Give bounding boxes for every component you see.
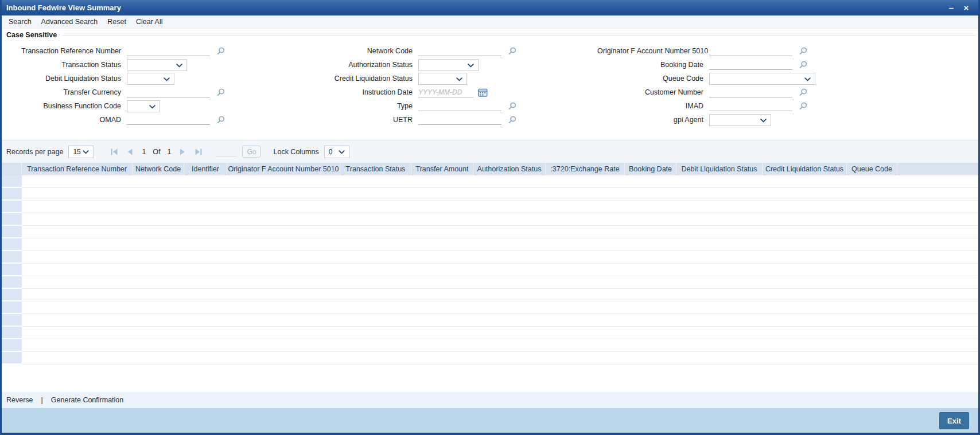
row-selector-cell[interactable] xyxy=(2,238,22,251)
magnifier-icon[interactable] xyxy=(217,47,225,55)
magnifier-icon[interactable] xyxy=(217,116,225,124)
row-selector-cell[interactable] xyxy=(2,289,22,301)
row-selector-cell[interactable] xyxy=(2,339,22,352)
goto-page-input[interactable] xyxy=(216,147,236,156)
search-button[interactable]: Search xyxy=(9,18,32,26)
column-header-booking-date[interactable]: Booking Date xyxy=(625,163,676,175)
records-per-page-select[interactable]: 15 xyxy=(68,146,94,158)
magnifier-icon[interactable] xyxy=(799,88,807,96)
table-row-body xyxy=(22,276,978,289)
column-header-exchange-rate[interactable]: :3720:Exchange Rate xyxy=(546,163,625,175)
reset-button[interactable]: Reset xyxy=(107,18,126,26)
last-page-icon[interactable] xyxy=(195,148,202,155)
table-row[interactable] xyxy=(2,276,978,289)
instruction-date-input[interactable] xyxy=(418,87,473,97)
table-row[interactable] xyxy=(2,327,978,339)
chevron-down-icon xyxy=(760,115,767,125)
customer-number-input[interactable] xyxy=(709,87,792,97)
table-body xyxy=(2,175,978,365)
table-row[interactable] xyxy=(2,339,978,352)
omad-label: OMAD xyxy=(2,116,127,124)
magnifier-icon[interactable] xyxy=(508,102,516,110)
calendar-icon[interactable] xyxy=(478,88,488,97)
row-selector-cell[interactable] xyxy=(2,188,22,201)
debit-liquidation-status-label: Debit Liquidation Status xyxy=(2,75,127,83)
business-function-code-label: Business Function Code xyxy=(2,102,127,110)
transaction-reference-number-input[interactable] xyxy=(127,46,210,56)
credit-liquidation-status-select[interactable] xyxy=(418,73,467,85)
table-row[interactable] xyxy=(2,175,978,188)
row-selector-cell[interactable] xyxy=(2,327,22,339)
column-header-authorization-status[interactable]: Authorization Status xyxy=(473,163,546,175)
magnifier-icon[interactable] xyxy=(508,116,516,124)
lock-columns-select[interactable]: 0 xyxy=(324,146,349,158)
table-row[interactable] xyxy=(2,201,978,213)
minimize-icon[interactable]: – xyxy=(944,0,959,15)
row-selector-cell[interactable] xyxy=(2,213,22,226)
table-row[interactable] xyxy=(2,352,978,365)
magnifier-icon[interactable] xyxy=(217,88,225,96)
row-selector-cell[interactable] xyxy=(2,314,22,327)
column-header-credit-liquidation-status[interactable]: Credit Liquidation Status xyxy=(763,163,847,175)
table-row[interactable] xyxy=(2,314,978,327)
column-header-debit-liquidation-status[interactable]: Debit Liquidation Status xyxy=(676,163,763,175)
exit-button[interactable]: Exit xyxy=(939,412,969,429)
previous-page-icon[interactable] xyxy=(127,148,134,155)
row-selector-cell[interactable] xyxy=(2,301,22,314)
originator-f-account-number-5010-input[interactable] xyxy=(709,46,792,56)
go-button[interactable]: Go xyxy=(242,146,260,158)
row-selector-cell[interactable] xyxy=(2,264,22,276)
table-row[interactable] xyxy=(2,188,978,201)
table-row[interactable] xyxy=(2,289,978,301)
row-selector-cell[interactable] xyxy=(2,251,22,264)
close-icon[interactable]: × xyxy=(959,0,974,15)
uetr-input[interactable] xyxy=(418,115,501,125)
total-pages: 1 xyxy=(168,148,172,156)
generate-confirmation-action[interactable]: Generate Confirmation xyxy=(51,396,123,404)
table-row[interactable] xyxy=(2,301,978,314)
first-page-icon[interactable] xyxy=(111,148,118,155)
booking-date-label: Booking Date xyxy=(597,61,709,69)
column-header-queue-code[interactable]: Queue Code xyxy=(847,163,897,175)
transaction-status-select[interactable] xyxy=(127,59,187,71)
column-header-transaction-status[interactable]: Transaction Status xyxy=(340,163,411,175)
column-header-identifier[interactable]: Identifier xyxy=(184,163,227,175)
table-row[interactable] xyxy=(2,251,978,264)
transfer-currency-input[interactable] xyxy=(127,87,210,97)
type-input[interactable] xyxy=(418,101,501,111)
row-selector-cell[interactable] xyxy=(2,201,22,213)
magnifier-icon[interactable] xyxy=(799,102,807,110)
table-row[interactable] xyxy=(2,226,978,238)
business-function-code-select[interactable] xyxy=(127,100,160,112)
magnifier-icon[interactable] xyxy=(799,47,807,55)
table-row-body xyxy=(22,175,978,188)
authorization-status-select[interactable] xyxy=(418,59,479,71)
imad-input[interactable] xyxy=(709,101,792,111)
authorization-status-label: Authorization Status xyxy=(300,61,418,69)
network-code-input[interactable] xyxy=(418,46,501,56)
row-selector-cell[interactable] xyxy=(2,352,22,365)
table-row-body xyxy=(22,226,978,238)
debit-liquidation-status-select[interactable] xyxy=(127,73,174,85)
gpi-agent-select[interactable] xyxy=(709,114,771,126)
omad-input[interactable] xyxy=(127,115,210,125)
magnifier-icon[interactable] xyxy=(799,61,807,69)
table-row[interactable] xyxy=(2,264,978,276)
table-row[interactable] xyxy=(2,213,978,226)
booking-date-input[interactable] xyxy=(709,60,792,70)
column-header-transfer-amount[interactable]: Transfer Amount xyxy=(411,163,473,175)
row-selector-header xyxy=(2,163,22,175)
column-header-transaction-reference-number[interactable]: Transaction Reference Number xyxy=(22,163,133,175)
queue-code-select[interactable] xyxy=(709,73,815,85)
advanced-search-button[interactable]: Advanced Search xyxy=(41,18,98,26)
table-row[interactable] xyxy=(2,238,978,251)
reverse-action[interactable]: Reverse xyxy=(6,396,33,404)
row-selector-cell[interactable] xyxy=(2,226,22,238)
clear-all-button[interactable]: Clear All xyxy=(136,18,163,26)
column-header-network-code[interactable]: Network Code xyxy=(133,163,184,175)
magnifier-icon[interactable] xyxy=(508,47,516,55)
row-selector-cell[interactable] xyxy=(2,276,22,289)
row-selector-cell[interactable] xyxy=(2,175,22,188)
next-page-icon[interactable] xyxy=(179,148,186,155)
column-header-originator-f-account-number-5010[interactable]: Originator F Account Number 5010 xyxy=(227,163,340,175)
